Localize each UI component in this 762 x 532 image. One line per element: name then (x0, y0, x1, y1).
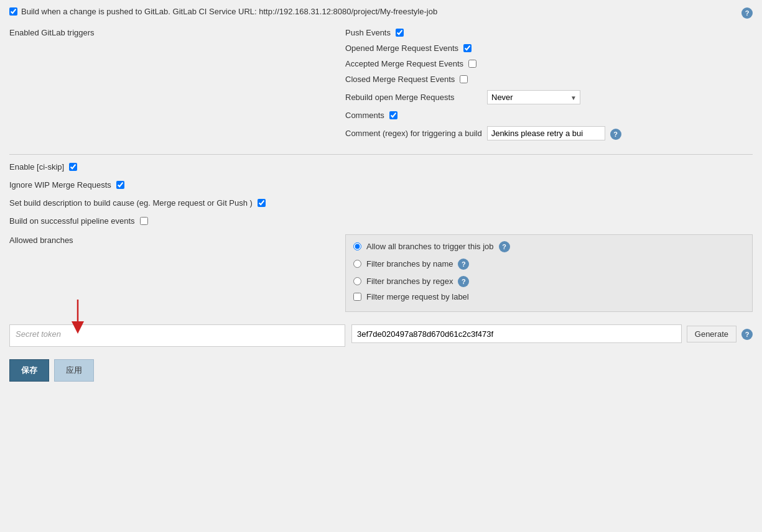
set-build-desc-label: Set build description to build cause (eg… (9, 198, 253, 208)
secret-token-placeholder: Secret token (16, 329, 61, 339)
comment-regex-label: Comment (regex) for triggering a build (345, 129, 482, 138)
accepted-merge-label: Accepted Merge Request Events (345, 59, 463, 68)
filter-name-help-icon[interactable]: ? (458, 259, 469, 270)
closed-merge-label: Closed Merge Request Events (345, 75, 455, 84)
set-build-desc-checkbox[interactable] (258, 199, 266, 207)
enabled-triggers-label: Enabled GitLab triggers (9, 28, 345, 37)
comments-label: Comments (345, 111, 384, 120)
save-button[interactable]: 保存 (9, 359, 49, 382)
filter-name-label: Filter branches by name (366, 259, 453, 268)
apply-button[interactable]: 应用 (54, 359, 94, 382)
top-help-icon[interactable]: ? (741, 7, 753, 19)
comment-regex-help-icon[interactable]: ? (610, 129, 621, 140)
closed-merge-checkbox[interactable] (460, 75, 468, 83)
push-events-label: Push Events (345, 28, 391, 37)
generate-button[interactable]: Generate (687, 326, 736, 342)
accepted-merge-checkbox[interactable] (468, 60, 476, 68)
filter-label-label: Filter merge request by label (366, 292, 469, 301)
filter-regex-radio[interactable] (353, 277, 361, 285)
secret-token-help-icon[interactable]: ? (741, 329, 753, 340)
pipeline-label: Build on successful pipeline events (9, 216, 135, 226)
filter-name-radio[interactable] (353, 260, 361, 268)
secret-token-input[interactable] (351, 324, 682, 343)
branches-options-panel: Allow all branches to trigger this job ?… (345, 234, 753, 312)
pipeline-checkbox[interactable] (140, 217, 148, 225)
ci-skip-checkbox[interactable] (69, 163, 77, 171)
filter-regex-help-icon[interactable]: ? (458, 276, 469, 287)
opened-merge-checkbox[interactable] (463, 44, 472, 52)
allow-all-radio[interactable] (353, 242, 361, 250)
comment-regex-input[interactable] (487, 126, 605, 140)
allowed-branches-label: Allowed branches (9, 234, 345, 245)
push-events-checkbox[interactable] (396, 29, 404, 37)
build-on-push-label: Build when a change is pushed to GitLab.… (21, 6, 738, 17)
allow-all-label: Allow all branches to trigger this job (366, 242, 494, 251)
opened-merge-label: Opened Merge Request Events (345, 44, 458, 53)
build-on-push-checkbox[interactable] (9, 7, 17, 16)
wip-label: Ignore WIP Merge Requests (9, 180, 111, 190)
ci-skip-label: Enable [ci-skip] (9, 162, 64, 172)
comments-checkbox[interactable] (389, 111, 397, 119)
arrow-indicator (59, 296, 96, 334)
filter-label-checkbox[interactable] (353, 293, 361, 301)
rebuild-label: Rebuild open Merge Requests (345, 93, 482, 102)
rebuild-select[interactable]: Never On push On acceptance (487, 90, 580, 104)
allow-all-help-icon[interactable]: ? (499, 241, 510, 252)
wip-checkbox[interactable] (116, 181, 124, 189)
filter-regex-label: Filter branches by regex (366, 277, 453, 286)
